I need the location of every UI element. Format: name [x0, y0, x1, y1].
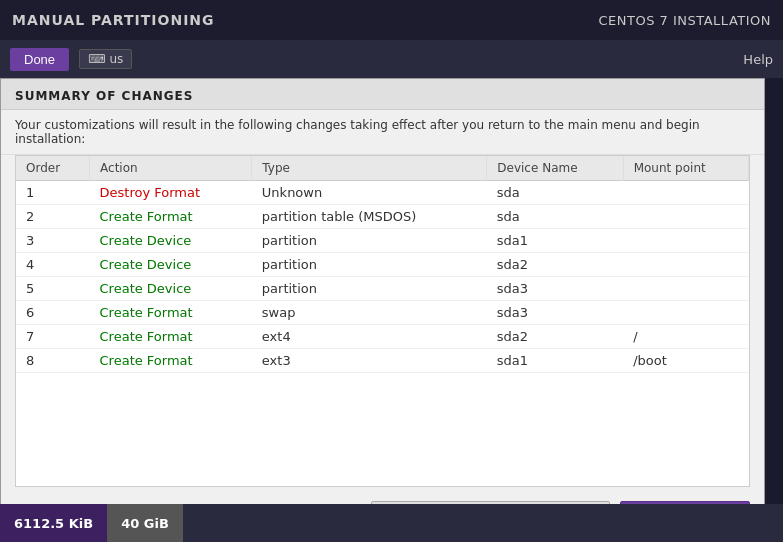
keyboard-icon: ⌨	[88, 52, 105, 66]
cell-device: sda1	[487, 349, 623, 373]
cell-mountpoint: /	[623, 325, 748, 349]
dialog-subtitle: Your customizations will result in the f…	[1, 110, 764, 155]
col-mountpoint: Mount point	[623, 156, 748, 181]
col-action: Action	[90, 156, 252, 181]
total-space-indicator: 40 GiB	[107, 504, 183, 542]
cell-device: sda3	[487, 277, 623, 301]
cell-action: Create Format	[90, 325, 252, 349]
changes-table: Order Action Type Device Name Mount poin…	[16, 156, 749, 373]
col-device: Device Name	[487, 156, 623, 181]
cell-action: Create Format	[90, 205, 252, 229]
help-button[interactable]: Help	[743, 52, 773, 67]
cell-order: 2	[16, 205, 90, 229]
cell-action: Create Device	[90, 253, 252, 277]
cell-action: Create Format	[90, 301, 252, 325]
cell-mountpoint: /boot	[623, 349, 748, 373]
toolbar: Done ⌨ us Help	[0, 40, 783, 78]
cell-type: ext3	[252, 349, 487, 373]
cell-type: swap	[252, 301, 487, 325]
table-row: 2 Create Format partition table (MSDOS) …	[16, 205, 749, 229]
dialog-title: SUMMARY OF CHANGES	[1, 79, 764, 110]
cell-order: 7	[16, 325, 90, 349]
cell-mountpoint	[623, 181, 748, 205]
keyboard-locale: us	[109, 52, 123, 66]
cell-mountpoint	[623, 229, 748, 253]
summary-dialog: SUMMARY OF CHANGES Your customizations w…	[0, 78, 765, 542]
cell-type: partition	[252, 253, 487, 277]
table-row: 3 Create Device partition sda1	[16, 229, 749, 253]
cell-device: sda1	[487, 229, 623, 253]
cell-action: Create Device	[90, 229, 252, 253]
cell-type: partition table (MSDOS)	[252, 205, 487, 229]
right-panel	[765, 78, 783, 504]
cell-order: 4	[16, 253, 90, 277]
status-bar: 6112.5 KiB 40 GiB	[0, 504, 783, 542]
cell-order: 3	[16, 229, 90, 253]
table-row: 8 Create Format ext3 sda1 /boot	[16, 349, 749, 373]
install-title: CENTOS 7 INSTALLATION	[598, 13, 771, 28]
cell-action: Create Format	[90, 349, 252, 373]
col-order: Order	[16, 156, 90, 181]
done-button[interactable]: Done	[10, 48, 69, 71]
table-row: 1 Destroy Format Unknown sda	[16, 181, 749, 205]
table-body: 1 Destroy Format Unknown sda 2 Create Fo…	[16, 181, 749, 373]
cell-order: 1	[16, 181, 90, 205]
cell-mountpoint	[623, 253, 748, 277]
top-bar: MANUAL PARTITIONING CENTOS 7 INSTALLATIO…	[0, 0, 783, 40]
cell-device: sda	[487, 181, 623, 205]
cell-device: sda2	[487, 325, 623, 349]
table-header: Order Action Type Device Name Mount poin…	[16, 156, 749, 181]
changes-table-container: Order Action Type Device Name Mount poin…	[15, 155, 750, 487]
cell-action: Destroy Format	[90, 181, 252, 205]
table-row: 4 Create Device partition sda2	[16, 253, 749, 277]
cell-device: sda3	[487, 301, 623, 325]
cell-action: Create Device	[90, 277, 252, 301]
cell-mountpoint	[623, 277, 748, 301]
cell-order: 6	[16, 301, 90, 325]
table-row: 7 Create Format ext4 sda2 /	[16, 325, 749, 349]
cell-mountpoint	[623, 301, 748, 325]
table-row: 5 Create Device partition sda3	[16, 277, 749, 301]
cell-type: partition	[252, 229, 487, 253]
cell-mountpoint	[623, 205, 748, 229]
cell-device: sda	[487, 205, 623, 229]
keyboard-indicator: ⌨ us	[79, 49, 132, 69]
col-type: Type	[252, 156, 487, 181]
cell-type: partition	[252, 277, 487, 301]
app-title: MANUAL PARTITIONING	[12, 12, 215, 28]
cell-type: Unknown	[252, 181, 487, 205]
cell-order: 8	[16, 349, 90, 373]
cell-order: 5	[16, 277, 90, 301]
cell-device: sda2	[487, 253, 623, 277]
free-space-indicator: 6112.5 KiB	[0, 504, 107, 542]
table-row: 6 Create Format swap sda3	[16, 301, 749, 325]
cell-type: ext4	[252, 325, 487, 349]
